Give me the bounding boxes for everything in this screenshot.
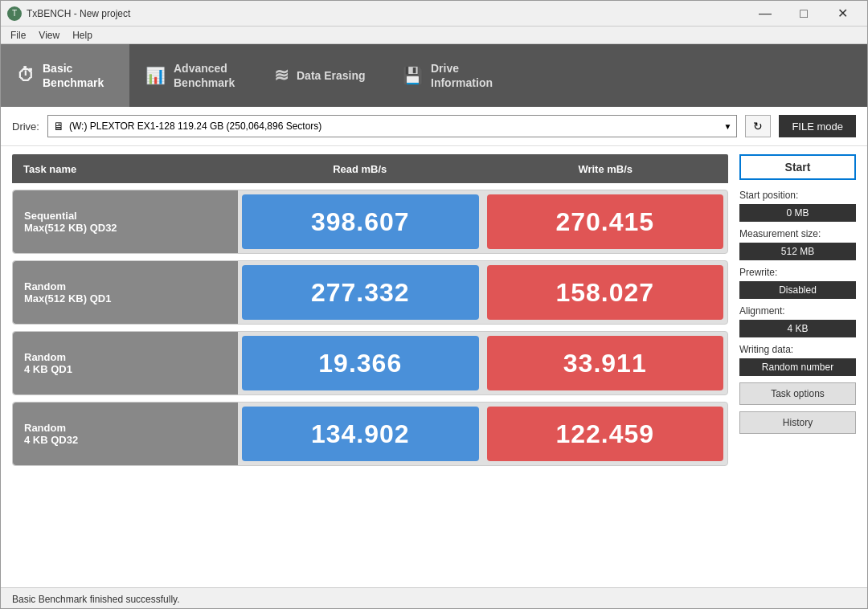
menubar: File View Help	[1, 27, 867, 44]
table-header: Task name Read mB/s Write mB/s	[12, 154, 728, 183]
menu-help[interactable]: Help	[66, 28, 99, 43]
refresh-button[interactable]: ↻	[745, 115, 771, 137]
advanced-benchmark-icon: 📊	[145, 66, 166, 85]
writing-data-label: Writing data:	[739, 344, 856, 355]
start-position-value[interactable]: 0 MB	[739, 204, 856, 222]
right-panel: Start Start position: 0 MB Measurement s…	[739, 154, 856, 579]
data-erasing-icon: ≋	[274, 65, 289, 86]
main-area: Drive: 🖥 (W:) PLEXTOR EX1-128 119.24 GB …	[1, 107, 867, 587]
drive-row: Drive: 🖥 (W:) PLEXTOR EX1-128 119.24 GB …	[1, 107, 867, 146]
titlebar: T TxBENCH - New project — □ ✕	[1, 1, 867, 27]
tab-data-erasing[interactable]: ≋ Data Erasing	[258, 44, 387, 107]
tab-basic-benchmark[interactable]: ⏱ BasicBenchmark	[1, 44, 129, 107]
minimize-button[interactable]: —	[747, 1, 784, 27]
write-value-sequential-512-qd32: 270.415	[487, 194, 724, 249]
task-name-random-4kb-qd1: Random 4 KB QD1	[13, 332, 238, 394]
history-button[interactable]: History	[739, 411, 856, 434]
status-text: Basic Benchmark finished successfully.	[12, 594, 180, 605]
write-value-random-512-qd1: 158.027	[487, 265, 724, 320]
benchmark-area: Task name Read mB/s Write mB/s Sequentia…	[1, 146, 867, 587]
window-title: TxBENCH - New project	[27, 8, 747, 19]
read-value-random-512-qd1: 277.332	[242, 265, 479, 320]
statusbar: Basic Benchmark finished successfully.	[1, 587, 867, 609]
table-row: Random Max(512 KB) QD1 277.332 158.027	[12, 260, 728, 325]
table-row: Sequential Max(512 KB) QD32 398.607 270.…	[12, 190, 728, 254]
app-icon: T	[7, 6, 22, 21]
file-mode-button[interactable]: FILE mode	[779, 115, 856, 137]
task-name-random-512-qd1: Random Max(512 KB) QD1	[13, 261, 238, 324]
dropdown-arrow-icon: ▼	[724, 122, 732, 131]
read-value-random-4kb-qd32: 134.902	[242, 407, 479, 461]
basic-benchmark-icon: ⏱	[17, 65, 35, 86]
drive-select-text: (W:) PLEXTOR EX1-128 119.24 GB (250,064,…	[69, 121, 321, 132]
start-position-label: Start position:	[739, 190, 856, 201]
alignment-label: Alignment:	[739, 305, 856, 317]
drive-information-icon: 💾	[403, 66, 423, 85]
tab-advanced-benchmark[interactable]: 📊 AdvancedBenchmark	[129, 44, 258, 107]
drive-label: Drive:	[12, 121, 39, 133]
task-options-button[interactable]: Task options	[739, 382, 856, 405]
start-button[interactable]: Start	[739, 154, 856, 180]
menu-file[interactable]: File	[4, 28, 32, 43]
task-name-sequential-512-qd32: Sequential Max(512 KB) QD32	[13, 190, 238, 253]
col-header-read: Read mB/s	[237, 163, 483, 175]
tab-advanced-label: AdvancedBenchmark	[174, 61, 235, 90]
tab-basic-label: BasicBenchmark	[43, 61, 104, 90]
tab-erasing-label: Data Erasing	[297, 68, 366, 83]
writing-data-value[interactable]: Random number	[739, 358, 856, 376]
col-header-write: Write mB/s	[483, 163, 729, 175]
write-value-random-4kb-qd32: 122.459	[487, 407, 724, 461]
measurement-size-value[interactable]: 512 MB	[739, 243, 856, 260]
tabbar: ⏱ BasicBenchmark 📊 AdvancedBenchmark ≋ D…	[1, 44, 867, 107]
measurement-size-label: Measurement size:	[739, 228, 856, 239]
window-controls: — □ ✕	[747, 1, 861, 27]
drive-select[interactable]: 🖥 (W:) PLEXTOR EX1-128 119.24 GB (250,06…	[47, 115, 737, 137]
prewrite-value[interactable]: Disabled	[739, 281, 856, 299]
write-value-random-4kb-qd1: 33.911	[487, 336, 724, 390]
drive-icon: 🖥	[53, 120, 64, 133]
benchmark-table: Task name Read mB/s Write mB/s Sequentia…	[12, 154, 728, 579]
read-value-random-4kb-qd1: 19.366	[242, 336, 479, 390]
refresh-icon: ↻	[753, 120, 763, 133]
table-row: Random 4 KB QD1 19.366 33.911	[12, 331, 728, 395]
table-body: Sequential Max(512 KB) QD32 398.607 270.…	[12, 190, 728, 466]
alignment-value[interactable]: 4 KB	[739, 320, 856, 337]
close-button[interactable]: ✕	[824, 1, 861, 27]
menu-view[interactable]: View	[32, 28, 66, 43]
maximize-button[interactable]: □	[785, 1, 822, 27]
tab-drive-information[interactable]: 💾 DriveInformation	[387, 44, 515, 107]
table-row: Random 4 KB QD32 134.902 122.459	[12, 402, 728, 466]
prewrite-label: Prewrite:	[739, 267, 856, 278]
read-value-sequential-512-qd32: 398.607	[242, 194, 479, 249]
tab-drive-label: DriveInformation	[431, 61, 493, 90]
task-name-random-4kb-qd32: Random 4 KB QD32	[13, 403, 238, 465]
col-header-task: Task name	[12, 163, 237, 175]
